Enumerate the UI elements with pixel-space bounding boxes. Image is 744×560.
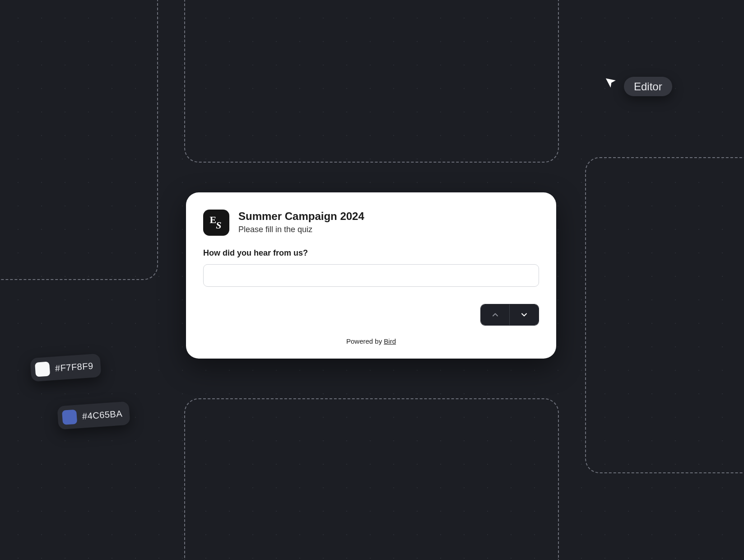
collaborator-label: Editor [624, 77, 672, 96]
color-swatch-hex: #4C65BA [82, 408, 123, 421]
card-title: Summer Campaign 2024 [238, 210, 364, 223]
card-subtitle: Please fill in the quiz [238, 225, 364, 234]
color-swatch-icon [62, 410, 77, 425]
color-swatch-chip[interactable]: #F7F8F9 [30, 354, 101, 382]
next-step-button[interactable] [510, 304, 539, 325]
answer-input[interactable] [203, 264, 539, 287]
dashed-frame-right [585, 157, 744, 473]
color-swatch-icon [35, 362, 50, 377]
dashed-frame-left [0, 0, 158, 280]
cursor-icon [605, 76, 618, 89]
powered-by-link[interactable]: Bird [384, 337, 396, 345]
quiz-card: ES Summer Campaign 2024 Please fill in t… [186, 192, 556, 359]
card-header: ES Summer Campaign 2024 Please fill in t… [203, 210, 539, 236]
collaborator-cursor: Editor [605, 77, 672, 96]
color-swatch-chip[interactable]: #4C65BA [57, 401, 130, 430]
chevron-down-icon [520, 310, 529, 319]
powered-by: Powered by Bird [203, 337, 539, 345]
color-swatch-hex: #F7F8F9 [55, 360, 93, 373]
question-label: How did you hear from us? [203, 248, 539, 258]
powered-by-prefix: Powered by [346, 337, 384, 345]
chevron-up-icon [491, 310, 500, 319]
step-nav-group [480, 304, 539, 326]
dashed-frame-bottom [184, 398, 559, 560]
prev-step-button[interactable] [481, 304, 510, 325]
dashed-frame-top [184, 0, 559, 163]
brand-logo: ES [203, 210, 229, 236]
